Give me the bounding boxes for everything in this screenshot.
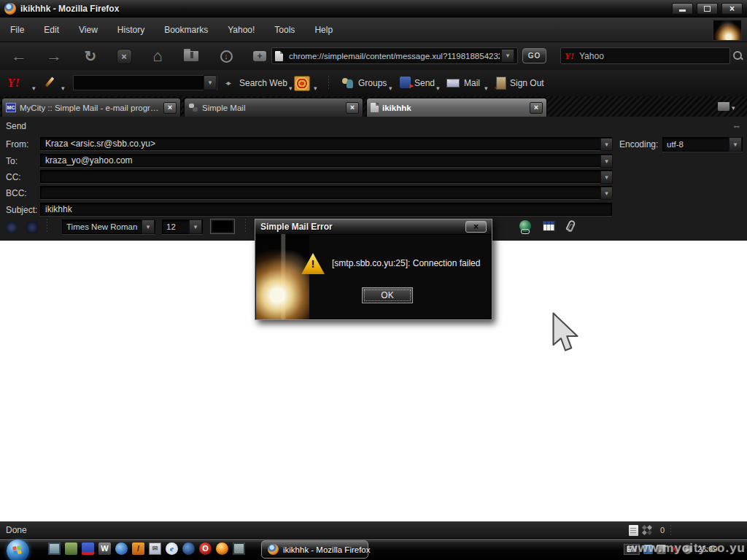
- sign-out-button[interactable]: Sign Out: [510, 78, 544, 88]
- menu-file[interactable]: File: [10, 25, 24, 35]
- send-icon[interactable]: [400, 77, 411, 88]
- font-size-dropdown-icon[interactable]: [189, 219, 202, 234]
- close-button[interactable]: [721, 3, 743, 15]
- tab-simple-mail[interactable]: Simple Mail: [184, 98, 363, 117]
- send-button[interactable]: Send: [414, 78, 435, 88]
- undo-icon[interactable]: [6, 222, 18, 233]
- dialog-close-button[interactable]: [465, 221, 487, 233]
- menu-bookmarks[interactable]: Bookmarks: [164, 25, 208, 35]
- font-size-select[interactable]: 12: [162, 219, 203, 234]
- network-tray-icon[interactable]: [643, 545, 653, 554]
- to-dropdown-icon[interactable]: [600, 155, 613, 168]
- send-caret-icon[interactable]: [436, 80, 440, 93]
- winamp-icon[interactable]: /: [132, 542, 144, 555]
- font-family-select[interactable]: Times New Roman: [62, 219, 155, 234]
- expand-collapse-icon[interactable]: [732, 120, 741, 131]
- tab-list-button[interactable]: [718, 101, 740, 112]
- stop-button[interactable]: [111, 45, 137, 67]
- font-color-swatch[interactable]: [210, 219, 235, 234]
- groups-caret-icon[interactable]: [389, 80, 392, 93]
- reload-button[interactable]: [77, 45, 104, 67]
- downloads-button[interactable]: [213, 45, 239, 67]
- redo-icon[interactable]: [26, 222, 38, 233]
- search-icon[interactable]: [732, 50, 743, 61]
- tab-close-icon[interactable]: [346, 102, 359, 114]
- groups-button[interactable]: Groups: [358, 78, 387, 88]
- internet-explorer-icon[interactable]: e: [166, 542, 178, 555]
- url-dropdown-button[interactable]: [501, 49, 514, 63]
- home-button[interactable]: [144, 45, 171, 67]
- go-button[interactable]: GO: [522, 48, 546, 63]
- cc-dropdown-icon[interactable]: [600, 171, 613, 184]
- bullseye-icon[interactable]: [294, 76, 310, 91]
- tab-ikikhhk-active[interactable]: ikikhhk: [366, 98, 547, 117]
- cc-field[interactable]: [40, 170, 612, 183]
- red-k-tray-icon[interactable]: K: [670, 545, 679, 554]
- toolbar-splitter-icon[interactable]: [225, 79, 233, 87]
- opera-icon[interactable]: O: [199, 542, 212, 555]
- tray-app-icon[interactable]: [657, 545, 666, 554]
- start-button[interactable]: [7, 540, 29, 560]
- subject-field[interactable]: [40, 203, 612, 216]
- firefox-icon[interactable]: [216, 542, 228, 555]
- sign-out-icon[interactable]: [496, 77, 506, 90]
- search-web-caret-icon[interactable]: [289, 80, 293, 93]
- restore-button[interactable]: [697, 3, 718, 15]
- remote-desktop-icon[interactable]: [233, 542, 245, 555]
- media-player-icon[interactable]: W: [98, 542, 111, 555]
- ok-button[interactable]: OK: [362, 287, 413, 303]
- bcc-field[interactable]: [40, 186, 612, 199]
- font-family-dropdown-icon[interactable]: [142, 219, 155, 234]
- url-bar[interactable]: [271, 47, 518, 64]
- bookmarks-button[interactable]: [178, 45, 204, 67]
- world-globe-icon[interactable]: [182, 542, 195, 555]
- email-icon[interactable]: ✉: [149, 542, 161, 555]
- adblock-icon[interactable]: [644, 525, 654, 535]
- yahoo-search-box[interactable]: [73, 75, 217, 90]
- menu-tools[interactable]: Tools: [274, 25, 295, 35]
- mail-caret-icon[interactable]: [484, 80, 488, 93]
- menu-view[interactable]: View: [79, 25, 98, 35]
- addons-button[interactable]: [247, 45, 273, 67]
- tab-close-icon[interactable]: [163, 102, 177, 114]
- menu-yahoo[interactable]: Yahoo!: [228, 25, 255, 35]
- back-button[interactable]: [6, 45, 32, 67]
- clock[interactable]: 23:09: [697, 545, 718, 553]
- notes-icon[interactable]: [629, 525, 638, 536]
- insert-table-icon[interactable]: [543, 221, 555, 231]
- show-desktop-icon[interactable]: [48, 542, 61, 555]
- menu-edit[interactable]: Edit: [44, 25, 59, 35]
- taskbar-window-button[interactable]: ikikhhk - Mozilla Firefox: [261, 540, 368, 559]
- groups-icon[interactable]: [341, 77, 355, 89]
- insert-link-icon[interactable]: [519, 220, 531, 232]
- search-web-button[interactable]: Search Web: [239, 78, 287, 88]
- search-bar[interactable]: Y!: [560, 47, 730, 64]
- bcc-dropdown-icon[interactable]: [600, 187, 613, 200]
- from-field[interactable]: [40, 137, 612, 150]
- browser-globe-icon[interactable]: [115, 542, 128, 555]
- minimize-button[interactable]: [672, 3, 693, 15]
- pencil-caret-icon[interactable]: [61, 80, 65, 93]
- encoding-dropdown-icon[interactable]: [729, 137, 742, 152]
- to-field[interactable]: [40, 154, 612, 167]
- forward-button[interactable]: [41, 45, 67, 67]
- search-engine-input[interactable]: [578, 50, 726, 62]
- bullseye-caret-icon[interactable]: [314, 80, 317, 93]
- yahoo-toolbar-logo[interactable]: Y!: [7, 76, 20, 90]
- tab-mycity[interactable]: MyCity :: Simple Mail - e-mail program u…: [1, 98, 181, 117]
- yahoo-search-dropdown[interactable]: [204, 75, 217, 90]
- floppy-backup-icon[interactable]: [82, 542, 94, 555]
- menu-history[interactable]: History: [117, 25, 144, 35]
- tab-close-icon[interactable]: [530, 102, 543, 114]
- explorer-icon[interactable]: [65, 542, 77, 555]
- pencil-icon[interactable]: [45, 77, 55, 87]
- menu-help[interactable]: Help: [314, 25, 333, 35]
- mail-button[interactable]: Mail: [464, 78, 480, 88]
- volume-tray-icon[interactable]: [683, 545, 692, 554]
- url-input[interactable]: [287, 51, 501, 61]
- from-dropdown-icon[interactable]: [600, 138, 613, 151]
- yahoo-menu-caret-icon[interactable]: [32, 80, 36, 93]
- yahoo-search-input[interactable]: [74, 78, 204, 88]
- attachment-icon[interactable]: [565, 219, 576, 232]
- mail-envelope-icon[interactable]: [446, 79, 460, 88]
